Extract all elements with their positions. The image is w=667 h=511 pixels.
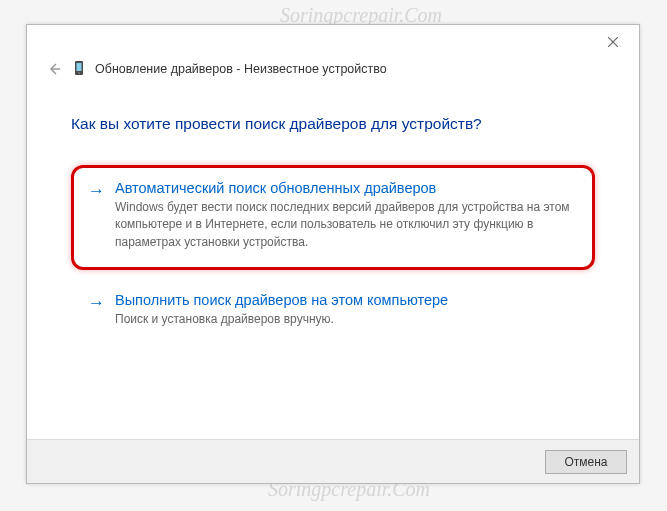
arrow-right-icon: → [88, 292, 105, 328]
option-title: Выполнить поиск драйверов на этом компью… [115, 292, 578, 308]
cancel-button[interactable]: Отмена [545, 450, 627, 474]
option-body: Выполнить поиск драйверов на этом компью… [115, 292, 578, 328]
back-arrow-icon [47, 62, 61, 76]
device-icon [71, 59, 87, 79]
dialog-title: Обновление драйверов - Неизвестное устро… [95, 62, 387, 76]
highlighted-option-frame: → Автоматический поиск обновленных драйв… [71, 165, 595, 270]
dialog-content: Как вы хотите провести поиск драйверов д… [27, 93, 639, 439]
dialog-header: Обновление драйверов - Неизвестное устро… [27, 59, 639, 93]
close-button[interactable] [591, 27, 635, 57]
back-button[interactable] [45, 60, 63, 78]
option-title: Автоматический поиск обновленных драйвер… [115, 180, 578, 196]
svg-point-5 [78, 72, 80, 74]
titlebar [27, 25, 639, 59]
close-icon [608, 37, 618, 47]
option-body: Автоматический поиск обновленных драйвер… [115, 180, 578, 251]
option-manual-search[interactable]: → Выполнить поиск драйверов на этом комп… [71, 292, 595, 328]
main-heading: Как вы хотите провести поиск драйверов д… [71, 115, 595, 133]
driver-update-dialog: Обновление драйверов - Неизвестное устро… [26, 24, 640, 484]
option-description: Поиск и установка драйверов вручную. [115, 311, 578, 328]
dialog-footer: Отмена [27, 439, 639, 483]
svg-rect-4 [77, 63, 82, 71]
option-auto-search[interactable]: → Автоматический поиск обновленных драйв… [88, 180, 578, 251]
arrow-right-icon: → [88, 180, 105, 251]
option-description: Windows будет вести поиск последних верс… [115, 199, 578, 251]
